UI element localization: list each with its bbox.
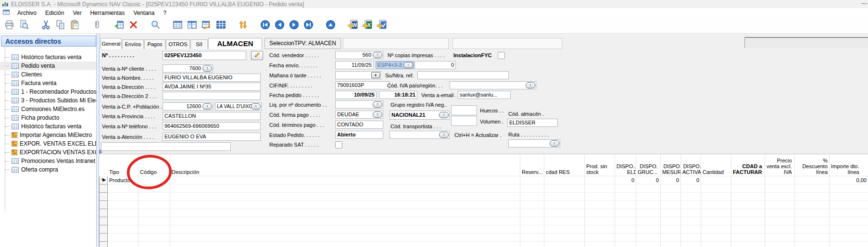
cell-descripcion[interactable] xyxy=(170,201,520,209)
cliente-field[interactable]: 7600 xyxy=(163,64,213,73)
cell-cantidad[interactable] xyxy=(701,176,731,185)
lookup-button[interactable] xyxy=(202,65,212,72)
tab-general[interactable]: General xyxy=(101,38,122,49)
cell-tipo[interactable] xyxy=(108,234,138,242)
cell-cdad-res[interactable] xyxy=(544,185,585,193)
direccion2-field[interactable] xyxy=(163,92,261,100)
cell-precio-venta-excl-iva[interactable] xyxy=(765,193,795,201)
row-selector[interactable] xyxy=(99,234,108,242)
cell-codigo[interactable] xyxy=(138,225,170,234)
estado-pedido-field[interactable]: Abierto xyxy=(335,131,383,139)
cell-cantidad[interactable] xyxy=(701,201,731,209)
attach-icon[interactable] xyxy=(90,19,103,31)
cell-dispo-mesur[interactable] xyxy=(661,217,681,225)
cell-importe-dto-linea[interactable] xyxy=(830,201,868,209)
menu-edicin[interactable]: Edición xyxy=(41,10,68,16)
lookup-button[interactable] xyxy=(403,62,413,68)
tab-otros[interactable]: OTROS xyxy=(166,39,190,49)
copy-icon[interactable] xyxy=(54,19,66,31)
cell-dispo-mesur[interactable] xyxy=(661,242,681,247)
menu-ventana[interactable]: Ventana xyxy=(129,10,159,16)
sidebar-item-1-recomendador-productos[interactable]: 1 - Recomendador Productos xyxy=(0,87,96,96)
direccion-field[interactable]: AVDA JAIME I Nº35 xyxy=(163,83,261,91)
volumen-field[interactable] xyxy=(451,116,477,126)
cell-precio-venta-excl-iva[interactable] xyxy=(765,242,795,247)
lookup-button[interactable] xyxy=(526,82,535,88)
sidebar-item-promociones-ventas-intranet[interactable]: Promociones Ventas Intranet xyxy=(0,157,96,165)
cell-dispo-gruc[interactable] xyxy=(636,234,661,242)
cell-dispo-mesur[interactable] xyxy=(661,185,681,193)
cell-dispo-gruc[interactable] xyxy=(636,201,661,209)
provincia-field[interactable]: CASTELLON xyxy=(163,112,261,120)
cell-cdad-res[interactable] xyxy=(544,209,585,217)
cell-codigo[interactable] xyxy=(138,234,170,242)
cell-prod-sin-stock[interactable] xyxy=(585,234,615,242)
reserv-header[interactable]: Reserv... xyxy=(520,154,544,176)
cell-pct-descuento-linea[interactable] xyxy=(795,217,830,225)
cell-tipo[interactable] xyxy=(108,225,138,234)
cell-prod-sin-stock[interactable] xyxy=(585,242,615,247)
cell-dispo-eld[interactable] xyxy=(615,217,636,225)
cell-dispo-gruc[interactable] xyxy=(636,209,661,217)
cell-dispo-gruc[interactable] xyxy=(636,193,661,201)
cell-codigo[interactable] xyxy=(138,209,170,217)
cell-cdad-a-facturar[interactable] xyxy=(731,185,765,193)
lookup-button[interactable] xyxy=(373,52,382,58)
cell-prod-sin-stock[interactable] xyxy=(585,201,615,209)
cell-precio-venta-excl-iva[interactable] xyxy=(765,176,795,185)
cell-dispo-gruc[interactable]: 0 xyxy=(636,176,661,185)
lookup-button[interactable] xyxy=(439,112,449,118)
cell-precio-venta-excl-iva[interactable] xyxy=(765,225,795,234)
cell-dispo-mesur[interactable] xyxy=(661,234,681,242)
cell-precio-venta-excl-iva[interactable] xyxy=(765,209,795,217)
sidebar-item-clientes[interactable]: Clientes xyxy=(0,70,96,79)
cell-cdad-a-facturar[interactable] xyxy=(731,201,765,209)
cell-tipo[interactable] xyxy=(108,242,138,247)
cell-cdad-res[interactable] xyxy=(544,176,585,185)
email-field[interactable]: sanlux@sanlu... xyxy=(458,91,511,99)
first-record-icon[interactable] xyxy=(259,19,271,31)
cell-dispo-eld[interactable] xyxy=(615,234,636,242)
cell-dispo-mesur[interactable] xyxy=(661,201,681,209)
cell-precio-venta-excl-iva[interactable] xyxy=(765,234,795,242)
cell-importe-dto-linea[interactable] xyxy=(830,193,868,201)
cell-dispo-mesur[interactable] xyxy=(661,209,681,217)
cell-dispo-activa[interactable] xyxy=(681,209,701,217)
hora-pedido-field[interactable]: 16:18:21 xyxy=(379,91,417,99)
cell-prod-sin-stock[interactable] xyxy=(585,193,615,201)
cell-tipo[interactable] xyxy=(108,217,138,225)
cell-prod-sin-stock[interactable] xyxy=(585,176,615,185)
cdad-res-header[interactable]: cdad RES xyxy=(544,154,585,176)
cell-descripcion[interactable] xyxy=(170,193,520,201)
lookup-button[interactable] xyxy=(373,101,382,108)
cell-cdad-res[interactable] xyxy=(544,193,585,201)
edit-pencil-button[interactable] xyxy=(251,51,263,60)
cell-dispo-activa[interactable] xyxy=(681,185,701,193)
delete-icon[interactable] xyxy=(127,19,139,31)
cell-descripcion[interactable] xyxy=(170,225,520,234)
card-view-icon[interactable] xyxy=(186,19,198,31)
seleccion-tpv-box[interactable]: SeleccionTPV: ALMACEN xyxy=(264,38,341,49)
almacen-field[interactable]: ELDISSER xyxy=(507,119,558,127)
cell-importe-dto-linea[interactable] xyxy=(830,185,868,193)
vendedor-field[interactable]: 560 xyxy=(335,51,383,59)
cell-prod-sin-stock[interactable] xyxy=(585,185,615,193)
cell-dispo-gruc[interactable] xyxy=(636,242,661,247)
liq-documento-field[interactable] xyxy=(335,100,383,109)
cell-cantidad[interactable] xyxy=(701,234,731,242)
no-field[interactable]: 025PEV123450 xyxy=(163,51,246,60)
prev-record-icon[interactable] xyxy=(273,19,286,31)
lookup-button[interactable] xyxy=(439,132,449,138)
lookup-button[interactable] xyxy=(202,103,212,110)
row-selector[interactable] xyxy=(99,201,108,209)
cell-pct-descuento-linea[interactable] xyxy=(795,242,830,247)
cell-dispo-mesur[interactable]: 0 xyxy=(661,176,681,185)
cell-cdad-res[interactable] xyxy=(544,234,585,242)
cell-dispo-activa[interactable] xyxy=(681,217,701,225)
cell-precio-venta-excl-iva[interactable] xyxy=(765,185,795,193)
dispo-mesur-header[interactable]: DISPO. MESUR xyxy=(661,154,681,176)
descripcion-header[interactable]: Descripción xyxy=(170,154,520,176)
cell-dispo-activa[interactable]: 0 xyxy=(681,176,701,185)
sidebar-item-pedido-venta[interactable]: Pedido venta xyxy=(0,62,96,70)
cell-reserv[interactable] xyxy=(520,185,544,193)
